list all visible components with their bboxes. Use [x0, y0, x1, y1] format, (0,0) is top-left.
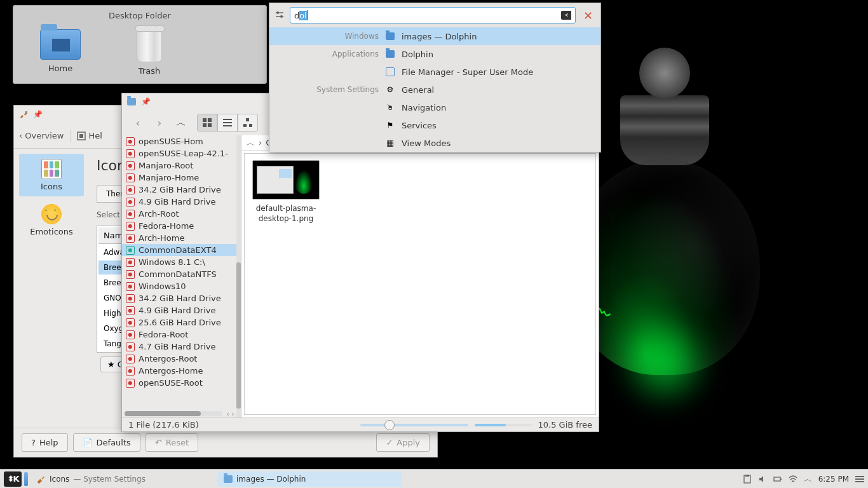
view-details-button[interactable]	[238, 114, 258, 132]
krunner-settings-icon[interactable]	[275, 10, 285, 20]
result-label: Navigation	[402, 103, 446, 112]
view-compact-button[interactable]	[217, 114, 238, 132]
drive-icon: ●	[126, 210, 135, 219]
place-item[interactable]: ●openSUSE-Root	[122, 377, 237, 389]
krunner-result-item[interactable]: ▦View Modes	[269, 134, 600, 152]
view-icons-button[interactable]	[197, 114, 217, 132]
place-item[interactable]: ●Manjaro-Home	[122, 172, 237, 184]
place-item[interactable]: ●Fedora-Root	[122, 329, 237, 341]
defaults-button[interactable]: 📄Defaults	[73, 433, 140, 452]
scroll-left-icon[interactable]: ‹	[225, 410, 230, 418]
krunner-dialog: dol ✕ ✕ Windowsimages — DolphinApplicati…	[269, 3, 601, 152]
drive-icon: ●	[126, 186, 135, 194]
krunner-result-item[interactable]: ⚑Services	[269, 116, 600, 134]
settings-task-icon	[37, 475, 46, 484]
grid-icon: ▦	[385, 138, 395, 148]
place-item[interactable]: ●openSUSE-Hom	[122, 135, 237, 147]
place-item[interactable]: ●Antergos-Root	[122, 353, 237, 365]
drive-icon: ●	[126, 246, 135, 255]
folder-icon	[385, 31, 395, 41]
drive-icon: ●	[126, 161, 135, 170]
disk-usage-bar	[475, 424, 532, 426]
pin-icon[interactable]: 📌	[33, 110, 43, 119]
krunner-result-item[interactable]: Windowsimages — Dolphin	[269, 27, 600, 45]
panel-menu-icon[interactable]	[855, 476, 864, 482]
desktop-icon-trash[interactable]: Trash	[137, 29, 162, 76]
activity-strip[interactable]	[24, 472, 28, 486]
task-dolphin[interactable]: images — Dolphin	[217, 471, 402, 487]
settings-window-icon	[19, 110, 28, 119]
place-item[interactable]: ●Manjaro-Root	[122, 159, 237, 172]
place-item[interactable]: ●Windows 8.1 C:\	[122, 256, 237, 268]
volume-icon[interactable]	[758, 475, 767, 484]
star-icon: ★	[107, 360, 115, 369]
battery-icon[interactable]	[773, 475, 782, 484]
place-item[interactable]: ●openSUSE-Leap-42.1-	[122, 147, 237, 159]
svg-point-4	[276, 11, 279, 14]
free-space-label: 10.5 GiB free	[538, 420, 592, 430]
scroll-right-icon[interactable]: ›	[231, 410, 236, 418]
desktop-icon-home[interactable]: Home	[40, 29, 81, 76]
sidebar-item-icons[interactable]: Icons	[19, 154, 84, 196]
file-item[interactable]: default-plasma-desktop-1.png	[251, 160, 321, 224]
nav-up-button[interactable]: ︿	[172, 113, 191, 132]
krunner-result-item[interactable]: System Settings⚙General	[269, 81, 600, 98]
close-icon[interactable]: ✕	[581, 9, 595, 22]
krunner-results-list: Windowsimages — DolphinApplicationsDolph…	[269, 27, 600, 152]
settings-sidebar: Icons Emoticons	[14, 149, 89, 428]
places-scrollbar-horizontal[interactable]: ‹ ›	[122, 410, 236, 417]
krunner-result-item[interactable]: File Manager - Super User Mode	[269, 63, 600, 81]
taskbar: ⬍K Icons — System Settings images — Dolp…	[0, 469, 868, 488]
drive-icon: ●	[126, 379, 135, 388]
zoom-slider[interactable]	[360, 424, 468, 426]
drive-icon: ●	[126, 330, 135, 339]
place-item[interactable]: ●34.2 GiB Hard Drive	[122, 184, 237, 196]
krunner-result-item[interactable]: ApplicationsDolphin	[269, 45, 600, 63]
place-item[interactable]: ●34.2 GiB Hard Drive	[122, 292, 237, 304]
place-item[interactable]: ●Fedora-Home	[122, 220, 237, 232]
chevron-up-icon[interactable]: ︿	[247, 137, 255, 149]
drive-icon: ●	[126, 355, 135, 363]
result-category: Applications	[276, 50, 379, 58]
file-count-label: 1 File (217.6 KiB)	[128, 420, 199, 430]
task-system-settings[interactable]: Icons — System Settings	[31, 471, 215, 487]
place-item[interactable]: ●4.9 GiB Hard Drive	[122, 304, 237, 316]
help-menu[interactable]: Hel	[77, 131, 102, 140]
krunner-search-input[interactable]: dol ✕	[290, 7, 576, 24]
application-launcher-button[interactable]: ⬍K	[4, 471, 22, 487]
place-item[interactable]: ●4.9 GiB Hard Drive	[122, 196, 237, 208]
smiley-icon	[41, 204, 62, 224]
result-label: Services	[402, 121, 437, 130]
place-item[interactable]: ●4.7 GiB Hard Drive	[122, 341, 237, 353]
drive-icon: ●	[126, 149, 135, 158]
wifi-icon[interactable]	[789, 475, 797, 484]
svg-rect-10	[780, 478, 782, 480]
config-icon	[385, 67, 395, 77]
back-button[interactable]: ‹ Overview	[19, 131, 64, 140]
clear-input-icon[interactable]: ✕	[561, 11, 571, 20]
place-item[interactable]: ●Antergos-Home	[122, 365, 237, 377]
place-item[interactable]: ●25.6 GiB Hard Drive	[122, 316, 237, 329]
clipboard-icon[interactable]	[743, 475, 752, 484]
svg-rect-9	[774, 477, 780, 481]
nav-forward-button[interactable]: ›	[150, 113, 169, 132]
place-item[interactable]: ●CommonDataNTFS	[122, 268, 237, 280]
folder-icon	[385, 49, 395, 59]
pin-icon[interactable]: 📌	[141, 97, 151, 106]
svg-point-6	[280, 15, 283, 18]
gear-icon: ⚙	[385, 85, 395, 95]
place-item[interactable]: ●Arch-Root	[122, 208, 237, 220]
clock[interactable]: 6:25 PM	[818, 475, 849, 484]
place-item[interactable]: ●Arch-Home	[122, 232, 237, 244]
tray-expand-icon[interactable]: ︿	[804, 473, 812, 485]
help-button[interactable]: ?Help	[22, 433, 68, 452]
krunner-result-item[interactable]: 🖱Navigation	[269, 98, 600, 116]
icons-category-icon	[41, 159, 62, 179]
file-icon-view[interactable]: default-plasma-desktop-1.png	[244, 153, 596, 415]
places-scrollbar-vertical[interactable]	[236, 135, 241, 417]
place-item[interactable]: ●CommonDataEXT4	[122, 244, 237, 256]
folder-icon	[40, 29, 81, 60]
nav-back-button[interactable]: ‹	[128, 113, 147, 132]
sidebar-item-emoticons[interactable]: Emoticons	[19, 199, 84, 241]
place-item[interactable]: ●Windows10	[122, 280, 237, 292]
